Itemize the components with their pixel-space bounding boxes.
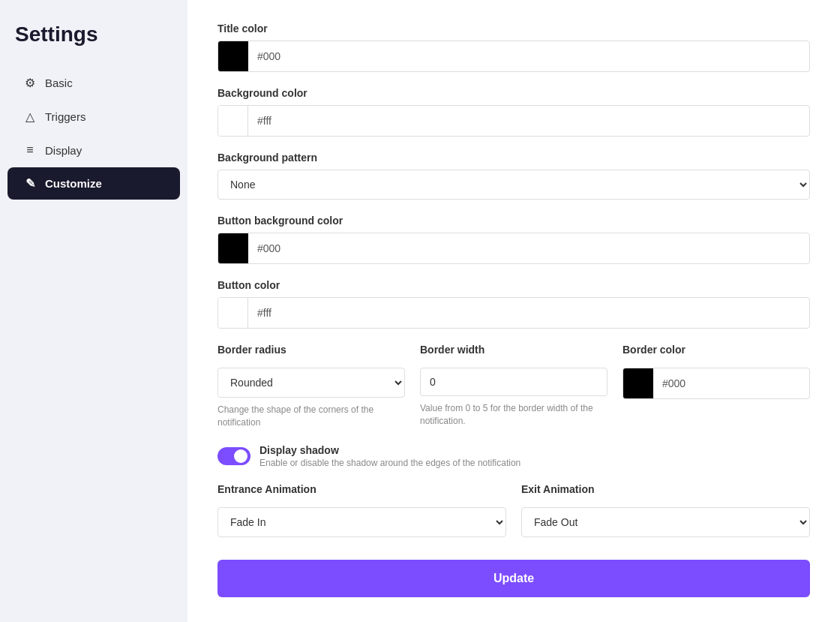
entrance-animation-select[interactable]: Fade In Slide In Bounce In None xyxy=(218,507,506,537)
button-color-input[interactable] xyxy=(248,301,809,325)
sidebar-item-basic[interactable]: ⚙ Basic xyxy=(8,67,180,99)
exit-animation-select[interactable]: Fade Out Slide Out Bounce Out None xyxy=(521,507,810,537)
border-width-label: Border width xyxy=(420,344,608,356)
entrance-animation-label: Entrance Animation xyxy=(218,483,506,495)
background-color-label: Background color xyxy=(218,87,810,99)
gear-icon: ⚙ xyxy=(22,76,38,90)
entrance-animation-group: Entrance Animation Fade In Slide In Boun… xyxy=(218,483,506,537)
display-shadow-label-group: Display shadow Enable or disable the sha… xyxy=(260,444,520,468)
display-shadow-toggle[interactable] xyxy=(218,447,250,465)
button-color-label: Button color xyxy=(218,279,810,291)
title-color-swatch[interactable] xyxy=(218,41,248,71)
page-title: Settings xyxy=(0,15,188,65)
border-width-help: Value from 0 to 5 for the border width o… xyxy=(420,402,608,428)
main-content: Title color Background color Background … xyxy=(188,0,840,622)
button-color-row xyxy=(218,297,810,329)
border-color-row xyxy=(622,368,810,399)
border-radius-help: Change the shape of the corners of the n… xyxy=(218,404,405,429)
display-shadow-desc: Enable or disable the shadow around the … xyxy=(260,458,520,468)
border-color-label: Border color xyxy=(622,344,810,356)
sidebar-item-customize-label: Customize xyxy=(45,177,102,190)
sidebar-item-triggers[interactable]: △ Triggers xyxy=(8,101,180,133)
display-icon: ≡ xyxy=(22,143,38,157)
border-radius-select[interactable]: Rounded Square Pill xyxy=(218,368,405,398)
display-shadow-row: Display shadow Enable or disable the sha… xyxy=(218,444,810,468)
button-bg-color-row xyxy=(218,233,810,264)
triggers-icon: △ xyxy=(22,110,38,124)
toggle-slider xyxy=(218,447,250,465)
display-shadow-label: Display shadow xyxy=(260,444,520,456)
border-color-swatch[interactable] xyxy=(623,368,653,398)
background-pattern-select[interactable]: None Dots Lines Grid xyxy=(218,170,810,200)
border-settings-row: Border radius Rounded Square Pill Change… xyxy=(218,344,810,429)
title-color-input[interactable] xyxy=(248,44,809,68)
exit-animation-label: Exit Animation xyxy=(521,483,810,495)
background-pattern-label: Background pattern xyxy=(218,152,810,164)
title-color-label: Title color xyxy=(218,23,810,35)
title-color-row xyxy=(218,41,810,72)
button-bg-color-swatch[interactable] xyxy=(218,233,248,263)
button-bg-color-input[interactable] xyxy=(248,236,809,260)
border-radius-group: Border radius Rounded Square Pill Change… xyxy=(218,344,405,429)
sidebar-item-basic-label: Basic xyxy=(45,77,73,89)
sidebar-item-display-label: Display xyxy=(45,144,82,157)
exit-animation-group: Exit Animation Fade Out Slide Out Bounce… xyxy=(521,483,810,537)
border-color-input[interactable] xyxy=(653,371,809,395)
button-bg-color-label: Button background color xyxy=(218,215,810,227)
sidebar: Settings ⚙ Basic △ Triggers ≡ Display ✎ … xyxy=(0,0,188,622)
sidebar-item-display[interactable]: ≡ Display xyxy=(8,134,180,166)
background-color-swatch[interactable] xyxy=(218,106,248,136)
background-color-input[interactable] xyxy=(248,109,809,133)
sidebar-item-customize[interactable]: ✎ Customize xyxy=(8,167,180,200)
border-width-group: Border width Value from 0 to 5 for the b… xyxy=(420,344,608,429)
customize-icon: ✎ xyxy=(22,176,38,191)
button-color-swatch[interactable] xyxy=(218,298,248,328)
animation-row: Entrance Animation Fade In Slide In Boun… xyxy=(218,483,810,537)
border-radius-label: Border radius xyxy=(218,344,405,356)
border-width-input[interactable] xyxy=(420,368,608,396)
sidebar-item-triggers-label: Triggers xyxy=(45,110,86,123)
border-color-group: Border color xyxy=(622,344,810,429)
update-button[interactable]: Update xyxy=(218,560,810,597)
background-color-row xyxy=(218,105,810,137)
